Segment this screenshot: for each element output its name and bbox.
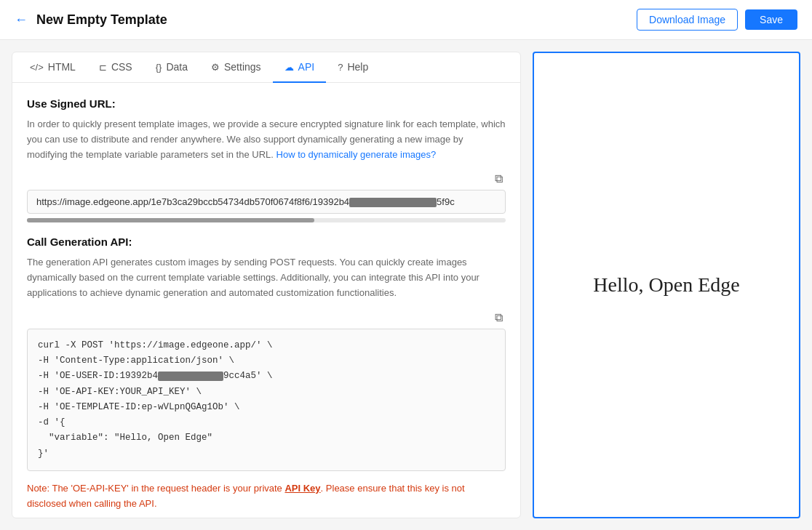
tab-css-label: CSS — [111, 61, 132, 73]
tab-data[interactable]: {} Data — [144, 52, 199, 83]
tab-css[interactable]: ⊏ CSS — [87, 52, 144, 83]
data-icon: {} — [156, 62, 162, 73]
top-header: ← New Empty Template Download Image Save — [0, 0, 812, 40]
note-text: Note: The 'OE-API-KEY' in the request he… — [27, 481, 506, 512]
download-image-button[interactable]: Download Image — [637, 9, 738, 31]
api-key-link[interactable]: API Key — [284, 483, 320, 494]
call-api-desc: The generation API generates custom imag… — [27, 255, 506, 300]
dynamic-generate-link[interactable]: How to dynamically generate images? — [276, 149, 437, 160]
preview-text: Hello, Open Edge — [593, 273, 739, 297]
back-icon: ← — [15, 12, 28, 28]
code-snippet-box: curl -X POST 'https://image.edgeone.app/… — [27, 329, 506, 471]
signed-url-desc: In order to quickly present template ima… — [27, 117, 506, 162]
tab-settings[interactable]: ⚙ Settings — [199, 52, 273, 83]
signed-url-title: Use Signed URL: — [27, 97, 506, 110]
tab-settings-label: Settings — [224, 61, 261, 73]
tab-help-label: Help — [347, 61, 368, 73]
url-scrollbar[interactable] — [27, 218, 506, 222]
copy-url-button[interactable]: ⧉ — [492, 171, 506, 187]
header-left: ← New Empty Template — [15, 12, 167, 28]
code-copy-row: ⧉ — [27, 310, 506, 326]
signed-url-box: https://image.edgeone.app/1e7b3ca29bccb5… — [27, 190, 506, 214]
api-panel-body: Use Signed URL: In order to quickly pres… — [12, 83, 520, 518]
copy-code-button[interactable]: ⧉ — [492, 310, 506, 326]
api-icon: ☁ — [284, 62, 294, 73]
save-button[interactable]: Save — [745, 9, 797, 30]
header-right: Download Image Save — [637, 9, 797, 31]
app-container: ← New Empty Template Download Image Save… — [0, 0, 812, 530]
html-icon: </> — [30, 62, 44, 73]
tab-api-label: API — [298, 61, 315, 73]
left-panel: </> HTML ⊏ CSS {} Data ⚙ Settings ☁ AP — [12, 52, 521, 518]
tab-data-label: Data — [166, 61, 188, 73]
tabs-bar: </> HTML ⊏ CSS {} Data ⚙ Settings ☁ AP — [12, 52, 520, 83]
back-button[interactable]: ← — [15, 12, 28, 28]
call-api-title: Call Generation API: — [27, 236, 506, 248]
tab-help[interactable]: ? Help — [326, 52, 380, 83]
tab-api[interactable]: ☁ API — [273, 52, 327, 83]
tab-html-label: HTML — [48, 61, 76, 73]
css-icon: ⊏ — [99, 62, 107, 73]
signed-url-copy-row: ⧉ — [27, 171, 506, 187]
settings-icon: ⚙ — [211, 62, 220, 73]
preview-panel: Hello, Open Edge — [533, 52, 800, 518]
url-scrollbar-thumb — [27, 218, 314, 222]
page-title: New Empty Template — [36, 12, 167, 28]
tab-html[interactable]: </> HTML — [18, 52, 87, 83]
main-content: </> HTML ⊏ CSS {} Data ⚙ Settings ☁ AP — [0, 40, 812, 530]
help-icon: ? — [338, 62, 343, 73]
